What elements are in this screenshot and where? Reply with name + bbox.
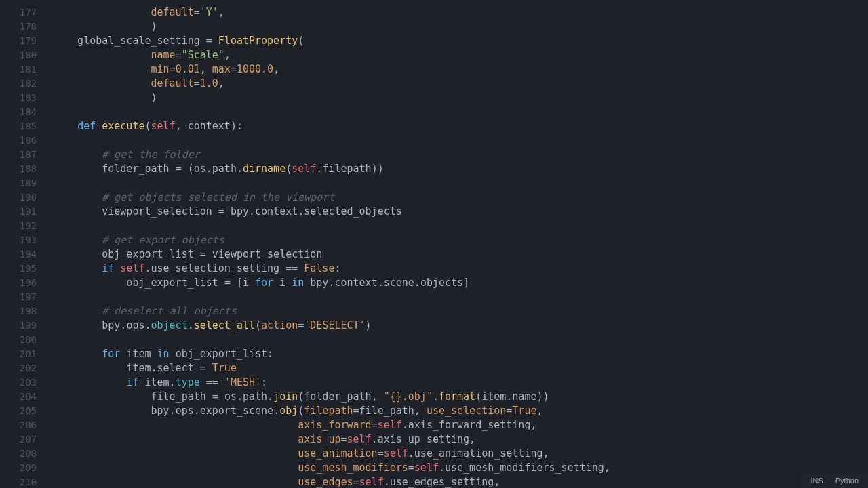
code-line[interactable]: global_scale_setting = FloatProperty(	[53, 34, 868, 48]
status-bar: INS Python	[801, 473, 868, 488]
line-number: 208	[0, 447, 37, 461]
line-number: 209	[0, 461, 37, 475]
code-line[interactable]: obj_export_list = viewport_selection	[53, 247, 868, 262]
code-line[interactable]	[53, 105, 868, 119]
line-number: 189	[0, 176, 37, 190]
code-line[interactable]: name="Scale",	[53, 48, 868, 62]
line-number: 180	[0, 48, 37, 62]
line-number: 192	[0, 219, 37, 233]
line-number: 201	[0, 347, 37, 361]
code-line[interactable]	[53, 134, 868, 148]
line-number: 182	[0, 77, 37, 91]
code-line[interactable]: # deselect all objects	[53, 304, 868, 319]
code-line[interactable]: bpy.ops.object.select_all(action='DESELE…	[53, 319, 868, 333]
line-number: 204	[0, 390, 37, 404]
code-line[interactable]: if item.type == 'MESH':	[53, 375, 868, 390]
line-number: 190	[0, 190, 37, 205]
code-line[interactable]: item.select = True	[53, 361, 868, 375]
line-number: 183	[0, 91, 37, 105]
line-number: 179	[0, 34, 37, 48]
code-line[interactable]: default=1.0,	[53, 77, 868, 91]
code-line[interactable]	[53, 290, 868, 304]
code-line[interactable]: )	[53, 91, 868, 105]
code-line[interactable]: bpy.ops.export_scene.obj(filepath=file_p…	[53, 404, 868, 418]
line-number: 195	[0, 262, 37, 276]
code-line[interactable]: axis_forward=self.axis_forward_setting,	[53, 418, 868, 432]
code-line[interactable]: # get objects selected in the viewport	[53, 190, 868, 205]
code-line[interactable]: obj_export_list = [i for i in bpy.contex…	[53, 276, 868, 290]
code-editor[interactable]: 1771781791801811821831841851861871881891…	[0, 0, 868, 488]
line-number: 177	[0, 5, 37, 20]
line-number: 185	[0, 119, 37, 134]
line-number: 200	[0, 333, 37, 347]
line-number: 191	[0, 205, 37, 219]
line-number: 194	[0, 247, 37, 262]
line-number: 178	[0, 20, 37, 34]
code-area[interactable]: default='Y', ) global_scale_setting = Fl…	[43, 0, 868, 488]
line-number: 181	[0, 62, 37, 77]
line-number-gutter: 1771781791801811821831841851861871881891…	[0, 0, 43, 488]
code-line[interactable]: viewport_selection = bpy.context.selecte…	[53, 205, 868, 219]
line-number: 184	[0, 105, 37, 119]
line-number: 203	[0, 375, 37, 390]
code-line[interactable]	[53, 219, 868, 233]
line-number: 207	[0, 432, 37, 447]
line-number: 206	[0, 418, 37, 432]
code-line[interactable]: # get the folder	[53, 148, 868, 162]
line-number: 202	[0, 361, 37, 375]
status-language[interactable]: Python	[835, 476, 859, 485]
code-line[interactable]: axis_up=self.axis_up_setting,	[53, 432, 868, 447]
code-line[interactable]	[53, 176, 868, 190]
line-number: 205	[0, 404, 37, 418]
code-line[interactable]: # get export objects	[53, 233, 868, 247]
code-line[interactable]: def execute(self, context):	[53, 119, 868, 134]
code-line[interactable]: if self.use_selection_setting == False:	[53, 262, 868, 276]
line-number: 196	[0, 276, 37, 290]
code-line[interactable]: min=0.01, max=1000.0,	[53, 62, 868, 77]
code-line[interactable]: )	[53, 20, 868, 34]
code-line[interactable]: default='Y',	[53, 5, 868, 20]
code-line[interactable]: for item in obj_export_list:	[53, 347, 868, 361]
code-line[interactable]: use_animation=self.use_animation_setting…	[53, 447, 868, 461]
line-number: 210	[0, 475, 37, 488]
code-line[interactable]: use_edges=self.use_edges_setting,	[53, 475, 868, 488]
status-insert-mode: INS	[810, 476, 823, 485]
line-number: 188	[0, 162, 37, 176]
line-number: 187	[0, 148, 37, 162]
line-number: 199	[0, 319, 37, 333]
code-line[interactable]	[53, 333, 868, 347]
code-line[interactable]: use_mesh_modifiers=self.use_mesh_modifie…	[53, 461, 868, 475]
code-line[interactable]: file_path = os.path.join(folder_path, "{…	[53, 390, 868, 404]
code-line[interactable]: folder_path = (os.path.dirname(self.file…	[53, 162, 868, 176]
line-number: 197	[0, 290, 37, 304]
line-number: 193	[0, 233, 37, 247]
line-number: 186	[0, 134, 37, 148]
line-number: 198	[0, 304, 37, 319]
